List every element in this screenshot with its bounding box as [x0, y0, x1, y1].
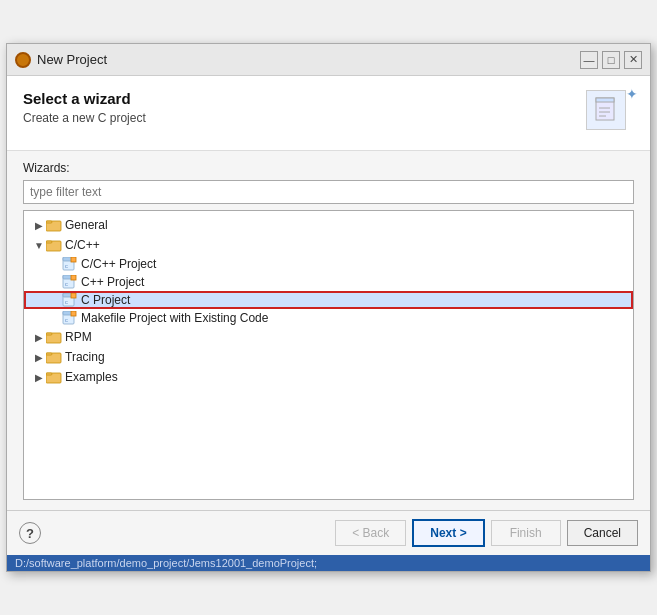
- wizards-label: Wizards:: [23, 161, 634, 175]
- file-icon-cpp-project: C: [62, 275, 78, 289]
- next-button[interactable]: Next >: [412, 519, 484, 547]
- footer-section: ? < Back Next > Finish Cancel: [7, 510, 650, 555]
- title-bar-controls: ― □ ✕: [580, 51, 642, 69]
- new-project-dialog: New Project ― □ ✕ Select a wizard Create…: [6, 43, 651, 572]
- tree-label-cplusplus-project: C/C++ Project: [81, 257, 156, 271]
- header-subtext: Create a new C project: [23, 111, 146, 125]
- tree-item-c-project[interactable]: C C Project: [24, 291, 633, 309]
- eclipse-icon: [15, 52, 31, 68]
- wizard-icon-inner: [586, 90, 626, 130]
- footer-left: ?: [19, 522, 41, 544]
- tree-arrow-general: ▶: [32, 218, 46, 232]
- dialog-title: New Project: [37, 52, 107, 67]
- tree-arrow-c-project: [48, 293, 62, 307]
- svg-rect-8: [46, 241, 52, 243]
- svg-rect-6: [46, 221, 52, 223]
- folder-icon-examples: [46, 369, 62, 385]
- folder-icon-cplusplus: [46, 237, 62, 253]
- svg-rect-26: [46, 333, 52, 335]
- tree-label-cpp-project: C++ Project: [81, 275, 144, 289]
- file-icon-makefile-project: C: [62, 311, 78, 325]
- tree-arrow-rpm: ▶: [32, 330, 46, 344]
- header-heading: Select a wizard: [23, 90, 146, 107]
- maximize-button[interactable]: □: [602, 51, 620, 69]
- tree-item-cpp-project[interactable]: C C++ Project: [24, 273, 633, 291]
- file-icon-c-project: C: [62, 293, 78, 307]
- tree-item-cplusplus[interactable]: ▼ C/C++: [24, 235, 633, 255]
- svg-rect-11: [71, 257, 76, 262]
- svg-rect-30: [46, 373, 52, 375]
- tree-arrow-tracing: ▶: [32, 350, 46, 364]
- svg-text:C: C: [65, 282, 68, 287]
- title-bar-left: New Project: [15, 52, 107, 68]
- svg-rect-28: [46, 353, 52, 355]
- tree-arrow-makefile-project: [48, 311, 62, 325]
- tree-label-general: General: [65, 218, 108, 232]
- title-bar: New Project ― □ ✕: [7, 44, 650, 76]
- tree-item-cplusplus-project[interactable]: C C/C++ Project: [24, 255, 633, 273]
- svg-text:C: C: [65, 318, 68, 323]
- tree-label-tracing: Tracing: [65, 350, 105, 364]
- tree-item-general[interactable]: ▶ General: [24, 215, 633, 235]
- svg-rect-15: [71, 275, 76, 280]
- tree-label-c-project: C Project: [81, 293, 130, 307]
- file-icon-cplusplus-project: C: [62, 257, 78, 271]
- svg-text:C: C: [65, 264, 68, 269]
- svg-rect-1: [596, 98, 614, 102]
- back-button[interactable]: < Back: [335, 520, 406, 546]
- finish-button[interactable]: Finish: [491, 520, 561, 546]
- sparkle-icon: ✦: [626, 86, 638, 102]
- tree-arrow-cplusplus: ▼: [32, 238, 46, 252]
- tree-label-makefile-project: Makefile Project with Existing Code: [81, 311, 268, 325]
- svg-rect-19: [71, 293, 76, 298]
- tree-arrow-cpp-project: [48, 275, 62, 289]
- folder-icon-rpm: [46, 329, 62, 345]
- folder-icon-general: [46, 217, 62, 233]
- document-svg-icon: [592, 96, 620, 124]
- help-button[interactable]: ?: [19, 522, 41, 544]
- tree-item-rpm[interactable]: ▶ RPM: [24, 327, 633, 347]
- close-button[interactable]: ✕: [624, 51, 642, 69]
- svg-text:C: C: [65, 300, 68, 305]
- header-section: Select a wizard Create a new C project ✦: [7, 76, 650, 151]
- header-text: Select a wizard Create a new C project: [23, 90, 146, 125]
- wizard-icon: ✦: [586, 90, 634, 138]
- tree-arrow-examples: ▶: [32, 370, 46, 384]
- footer-right: < Back Next > Finish Cancel: [335, 519, 638, 547]
- tree-label-rpm: RPM: [65, 330, 92, 344]
- body-section: Wizards: ▶ General▼ C/C++ C C/C++ Projec…: [7, 151, 650, 510]
- tree-container[interactable]: ▶ General▼ C/C++ C C/C++ Project C C++ P…: [23, 210, 634, 500]
- minimize-button[interactable]: ―: [580, 51, 598, 69]
- svg-rect-23: [71, 311, 76, 316]
- cancel-button[interactable]: Cancel: [567, 520, 638, 546]
- tree-item-makefile-project[interactable]: C Makefile Project with Existing Code: [24, 309, 633, 327]
- tree-label-cplusplus: C/C++: [65, 238, 100, 252]
- filter-input[interactable]: [23, 180, 634, 204]
- tree-arrow-cplusplus-project: [48, 257, 62, 271]
- tree-item-examples[interactable]: ▶ Examples: [24, 367, 633, 387]
- folder-icon-tracing: [46, 349, 62, 365]
- tree-label-examples: Examples: [65, 370, 118, 384]
- bottom-bar-text: D:/software_platform/demo_project/Jems12…: [15, 557, 317, 569]
- tree-item-tracing[interactable]: ▶ Tracing: [24, 347, 633, 367]
- bottom-bar: D:/software_platform/demo_project/Jems12…: [7, 555, 650, 571]
